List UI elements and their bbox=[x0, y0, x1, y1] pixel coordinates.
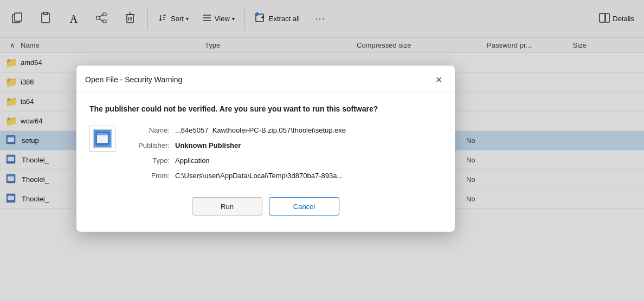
run-button[interactable]: Run bbox=[192, 197, 262, 215]
dialog-buttons: Run Cancel bbox=[89, 197, 442, 215]
field-label-type: Type: bbox=[126, 156, 170, 166]
dialog-body: The publisher could not be verified. Are… bbox=[76, 93, 455, 221]
field-value-type: Application bbox=[175, 156, 210, 166]
dialog-titlebar: Open File - Security Warning ✕ bbox=[76, 66, 455, 93]
dialog-field-name: Name: ...64e5057_Kawthoolei-PC-B.zip.057… bbox=[126, 126, 442, 135]
dialog-info-section: Name: ...64e5057_Kawthoolei-PC-B.zip.057… bbox=[89, 126, 442, 187]
dialog-close-button[interactable]: ✕ bbox=[431, 72, 446, 87]
dialog-field-from: From: C:\Users\user\AppData\Local\Temp\3… bbox=[126, 171, 442, 181]
dialog-title: Open File - Security Warning bbox=[85, 75, 182, 84]
dialog-field-type: Type: Application bbox=[126, 156, 442, 166]
svg-rect-33 bbox=[97, 135, 108, 143]
svg-rect-34 bbox=[97, 133, 108, 135]
cancel-button[interactable]: Cancel bbox=[269, 197, 339, 215]
app-icon bbox=[93, 129, 112, 148]
field-value-name: ...64e5057_Kawthoolei-PC-B.zip.057\thool… bbox=[175, 126, 346, 135]
dialog-field-publisher: Publisher: Unknown Publisher bbox=[126, 141, 442, 150]
security-warning-dialog: Open File - Security Warning ✕ The publi… bbox=[76, 65, 455, 232]
field-label-name: Name: bbox=[126, 126, 170, 135]
app-icon-container bbox=[89, 126, 115, 152]
field-value-publisher: Unknown Publisher bbox=[175, 141, 241, 150]
field-label-publisher: Publisher: bbox=[126, 141, 170, 150]
field-label-from: From: bbox=[126, 171, 170, 181]
dialog-fields: Name: ...64e5057_Kawthoolei-PC-B.zip.057… bbox=[126, 126, 442, 187]
dialog-warning-text: The publisher could not be verified. Are… bbox=[89, 104, 442, 115]
field-value-from: C:\Users\user\AppData\Local\Temp\3d870ba… bbox=[175, 171, 343, 181]
